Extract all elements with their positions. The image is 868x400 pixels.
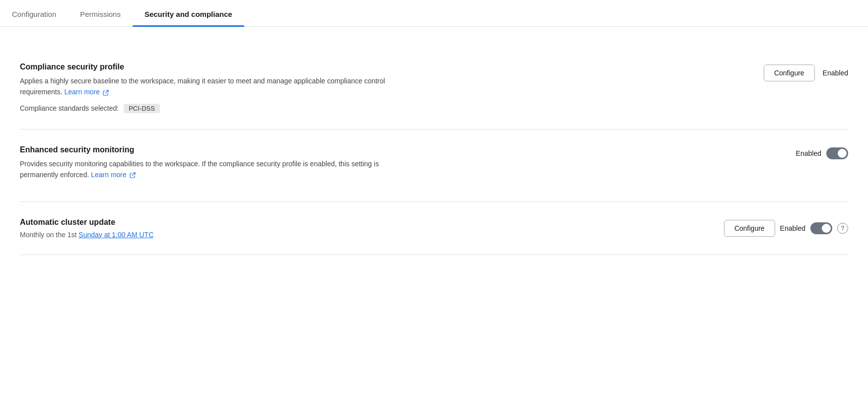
tab-configuration[interactable]: Configuration: [0, 0, 68, 26]
external-link-icon-2: [130, 172, 136, 178]
security-monitoring-learn-more[interactable]: Learn more: [91, 171, 135, 179]
cluster-update-left: Automatic cluster update Monthly on the …: [20, 218, 417, 239]
cluster-update-right: Configure Enabled ?: [724, 218, 848, 237]
help-icon[interactable]: ?: [837, 223, 848, 234]
tab-bar: Configuration Permissions Security and c…: [0, 0, 868, 27]
cluster-update-configure-button[interactable]: Configure: [724, 220, 775, 237]
compliance-profile-section: Compliance security profile Applies a hi…: [20, 47, 848, 130]
security-monitoring-left: Enhanced security monitoring Provides se…: [20, 145, 417, 186]
compliance-profile-left: Compliance security profile Applies a hi…: [20, 63, 417, 113]
cluster-update-title: Automatic cluster update: [20, 218, 417, 227]
security-monitoring-toggle[interactable]: [826, 147, 848, 159]
external-link-icon: [103, 90, 109, 96]
compliance-status-label: Enabled: [823, 69, 848, 77]
security-monitoring-title: Enhanced security monitoring: [20, 145, 417, 154]
main-content: Compliance security profile Applies a hi…: [0, 27, 868, 275]
security-monitoring-status-label: Enabled: [796, 149, 821, 157]
cluster-update-schedule-link[interactable]: Sunday at 1:00 AM UTC: [78, 231, 153, 239]
compliance-configure-button[interactable]: Configure: [764, 65, 815, 81]
security-monitoring-right: Enabled: [796, 145, 848, 159]
security-monitoring-desc: Provides security monitoring capabilitie…: [20, 158, 417, 181]
compliance-profile-right: Configure Enabled: [764, 63, 848, 81]
compliance-profile-learn-more[interactable]: Learn more: [64, 88, 108, 96]
cluster-update-section: Automatic cluster update Monthly on the …: [20, 202, 848, 255]
cluster-update-toggle[interactable]: [810, 222, 832, 234]
tab-security[interactable]: Security and compliance: [133, 0, 244, 26]
security-monitoring-section: Enhanced security monitoring Provides se…: [20, 130, 848, 202]
compliance-profile-desc: Applies a highly secure baseline to the …: [20, 75, 417, 98]
cluster-update-schedule: Monthly on the 1st Sunday at 1:00 AM UTC: [20, 231, 417, 239]
pci-dss-badge: PCI-DSS: [124, 104, 160, 113]
compliance-standards-row: Compliance standards selected: PCI-DSS: [20, 104, 417, 113]
cluster-update-status-label: Enabled: [780, 224, 805, 232]
tab-permissions[interactable]: Permissions: [68, 0, 133, 26]
compliance-profile-title: Compliance security profile: [20, 63, 417, 71]
